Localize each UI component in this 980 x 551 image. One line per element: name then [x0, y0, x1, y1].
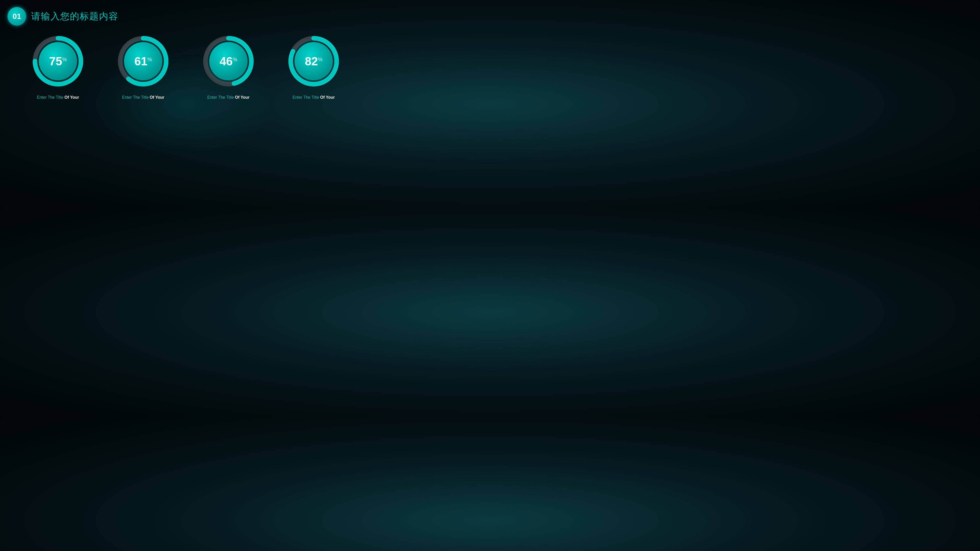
chart-label-2: Enter The Title Of Your — [122, 94, 164, 100]
donut-value-3: 46% — [220, 56, 237, 67]
donut-wrapper-4: 82% — [288, 36, 339, 87]
chart-item-1: 75% Enter The Title Of Your — [32, 36, 83, 100]
header-title: 请输入您的标题内容 — [31, 10, 118, 23]
chart-item-2: 61% Enter The Title Of Your — [118, 36, 169, 100]
donut-wrapper-3: 46% — [203, 36, 254, 87]
label-teal-2: Enter The Title — [122, 95, 150, 100]
chart-item-4: 82% Enter The Title Of Your — [288, 36, 339, 100]
label-teal-3: Enter The Title — [207, 95, 235, 100]
label-teal-4: Enter The Title — [293, 95, 320, 100]
donut-center-2: 61% — [124, 42, 162, 80]
header: 01 请输入您的标题内容 — [8, 7, 118, 25]
chart-label-4: Enter The Title Of Your — [293, 94, 334, 100]
donut-value-1: 75% — [49, 56, 67, 67]
chart-label-1: Enter The Title Of Your — [37, 94, 79, 100]
label-white-2: Of Your — [150, 95, 164, 100]
chart-item-3: 46% Enter The Title Of Your — [203, 36, 254, 100]
label-teal-1: Enter The Title — [37, 95, 64, 100]
label-white-4: Of Your — [320, 95, 335, 100]
donut-value-4: 82% — [305, 56, 323, 67]
donut-wrapper-1: 75% — [32, 36, 83, 87]
donut-center-3: 46% — [209, 42, 248, 80]
donut-center-4: 82% — [294, 42, 333, 80]
badge-number: 01 — [8, 7, 26, 25]
label-white-3: Of Your — [235, 95, 250, 100]
donut-value-2: 61% — [135, 56, 152, 67]
chart-label-3: Enter The Title Of Your — [207, 94, 249, 100]
donut-center-1: 75% — [39, 42, 77, 80]
label-white-1: Of Your — [65, 95, 79, 100]
donut-wrapper-2: 61% — [118, 36, 169, 87]
charts-container: 75% Enter The Title Of Your 61% — [0, 36, 372, 100]
